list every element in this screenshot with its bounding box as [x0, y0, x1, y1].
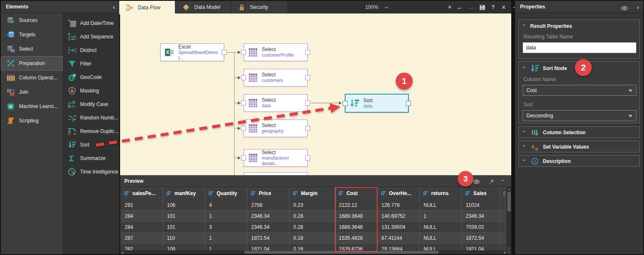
- output-port[interactable]: [222, 50, 227, 55]
- tool-item-summarize[interactable]: ΣSummarize: [63, 152, 119, 165]
- section-column-selection[interactable]: › Column Selection: [518, 126, 640, 138]
- sort-direction-dropdown[interactable]: Descending: [523, 110, 636, 121]
- sidebar-item-label: Machine Learni...: [19, 103, 58, 109]
- section-description[interactable]: › i Description: [518, 155, 640, 167]
- column-header-partial[interactable]: [500, 187, 505, 200]
- annotation-badge-3: 3: [458, 171, 473, 187]
- column-header-sales[interactable]: Sales: [462, 187, 500, 200]
- table-cell: 101: [163, 211, 205, 222]
- output-port[interactable]: [305, 50, 310, 55]
- dataflow-canvas[interactable]: X Excel SpreadSheetDemo I... Select cust…: [120, 14, 511, 175]
- section-set-variable-values[interactable]: › #@ Set Variable Values: [518, 141, 640, 152]
- tab-security[interactable]: Security: [231, 1, 287, 14]
- tool-item-remove-duplic[interactable]: Remove Duplic...: [63, 125, 119, 138]
- table-row[interactable]: 28711011872.540.181535.482867.41144NULL1…: [121, 233, 505, 244]
- resulting-table-name-input[interactable]: [523, 42, 636, 53]
- tool-item-modify-case[interactable]: aABbModify Case: [63, 98, 119, 111]
- column-header-cost[interactable]: Cost: [335, 187, 378, 200]
- vertical-scrollbar[interactable]: ▲ ▼: [507, 187, 511, 250]
- column-header-salespe[interactable]: salesPe...: [121, 187, 163, 200]
- sidebar-item-label: Preparation: [19, 60, 45, 66]
- partially-visible-node[interactable]: [244, 172, 308, 175]
- scroll-left-arrow[interactable]: ◀: [120, 251, 124, 254]
- canvas-node-sort-data[interactable]: Sort data: [345, 94, 409, 113]
- column-sort-icon: [124, 191, 130, 196]
- table-row[interactable]: 28410112346.340.281689.3648140.697521234…: [121, 211, 505, 222]
- horizontal-scrollbar[interactable]: ◀ ▶: [120, 250, 507, 254]
- sidebar-item-targets[interactable]: Targets: [1, 27, 63, 42]
- tool-item-add-date-time[interactable]: Add Date/Time: [63, 16, 119, 30]
- table-row[interactable]: 28410132346.340.281689.3648131.39504NULL…: [121, 222, 505, 233]
- sidebar-item-select[interactable]: Select: [1, 42, 63, 56]
- canvas-node-excel-spreadsheetdemo-i[interactable]: X Excel SpreadSheetDemo I...: [160, 43, 224, 61]
- zoom-out-button[interactable]: −: [382, 1, 391, 14]
- tool-item-random-numb[interactable]: #Random Numb...: [63, 111, 119, 125]
- canvas-node-select-customerprofile[interactable]: Select customerProfile: [244, 43, 308, 61]
- column-name-dropdown[interactable]: Cost: [523, 85, 636, 96]
- result-properties-header[interactable]: › Result Properties: [523, 23, 636, 30]
- add-datetime-icon: [67, 19, 77, 28]
- canvas-node-select-customers[interactable]: Select customers: [244, 69, 308, 87]
- tool-item-add-sequence[interactable]: Add Sequence: [63, 30, 119, 43]
- help-button[interactable]: ?: [489, 1, 497, 14]
- output-port[interactable]: [305, 126, 310, 131]
- input-port[interactable]: [343, 101, 348, 106]
- table-row[interactable]: 28210811821.040.161529.673629.13664NULL1…: [121, 244, 505, 250]
- scroll-down-arrow[interactable]: ▼: [508, 246, 510, 250]
- redo-button[interactable]: →: [466, 1, 476, 14]
- save-button[interactable]: [478, 1, 487, 14]
- properties-eye-icon[interactable]: [620, 3, 629, 13]
- input-port[interactable]: [241, 100, 246, 106]
- undo-button[interactable]: ←: [455, 1, 465, 14]
- column-header-returns[interactable]: returns: [420, 187, 462, 200]
- table-row[interactable]: 291106427560.232122.12126.776NULL11024: [121, 200, 505, 211]
- sidebar-item-preparation[interactable]: Preparation: [1, 56, 63, 71]
- close-button[interactable]: ✕: [499, 1, 508, 14]
- column-header-price[interactable]: Price: [247, 187, 290, 200]
- canvas-node-select-data[interactable]: Select data: [244, 94, 308, 112]
- tab-data-model[interactable]: Data Model: [176, 1, 231, 14]
- tab-data-flow[interactable]: Data Flow: [119, 1, 175, 14]
- output-port[interactable]: [406, 101, 411, 106]
- input-port[interactable]: [241, 126, 246, 131]
- properties-expand-icon[interactable]: ›: [637, 3, 639, 11]
- collapse-panel-icon[interactable]: ‹: [113, 3, 115, 11]
- preview-collapse-icon[interactable]: ›: [500, 179, 507, 184]
- scroll-right-arrow[interactable]: ▶: [503, 251, 507, 254]
- zoom-in-button[interactable]: +: [445, 1, 454, 14]
- table-cell: 4: [205, 200, 247, 211]
- canvas-node-select-geography[interactable]: Select geography: [244, 119, 308, 137]
- output-port[interactable]: [305, 75, 310, 80]
- vertical-scroll-thumb[interactable]: [507, 192, 511, 212]
- scroll-up-arrow[interactable]: ▲: [508, 187, 510, 191]
- input-port[interactable]: [241, 75, 246, 80]
- node-title: Select: [262, 72, 283, 78]
- tool-item-time-intelligence[interactable]: Time Intelligence: [63, 165, 119, 179]
- table-cell: [500, 244, 505, 250]
- filter-icon: [67, 59, 77, 68]
- sidebar-item-join[interactable]: Join: [1, 85, 63, 99]
- column-header-margin[interactable]: Margin: [290, 187, 335, 200]
- time-intelligence-icon: [67, 167, 77, 176]
- preview-pin-icon[interactable]: [486, 178, 496, 185]
- column-selection-icon: [530, 129, 539, 136]
- output-port[interactable]: [305, 100, 310, 106]
- tool-item-sort[interactable]: Sort: [63, 138, 119, 152]
- tool-item-distinct[interactable]: Distinct: [63, 43, 119, 57]
- sidebar-item-column-operat[interactable]: Column Operat...: [1, 71, 63, 85]
- column-header-overhe[interactable]: OverHe...: [378, 187, 420, 200]
- sidebar-item-machine-learni[interactable]: AIMachine Learni...: [1, 99, 63, 114]
- tool-item-filter[interactable]: Filter: [63, 57, 119, 71]
- sidebar-item-scripting[interactable]: Scripting: [1, 114, 63, 128]
- column-header-quantity[interactable]: Quantity: [205, 187, 247, 200]
- tool-item-geocode[interactable]: GeoCode: [63, 71, 119, 84]
- canvas-node-select-manufacturer-details[interactable]: Select manufacturer details...: [244, 149, 308, 167]
- sidebar-item-sources[interactable]: Sources: [1, 13, 63, 27]
- tab-data-flow-label: Data Flow: [138, 5, 161, 11]
- horizontal-scroll-thumb[interactable]: [244, 251, 438, 254]
- input-port[interactable]: [241, 50, 246, 55]
- tool-item-masking[interactable]: Masking: [63, 84, 119, 98]
- output-port[interactable]: [305, 155, 310, 160]
- column-header-manfkey[interactable]: manfKey: [163, 187, 205, 200]
- input-port[interactable]: [241, 155, 246, 160]
